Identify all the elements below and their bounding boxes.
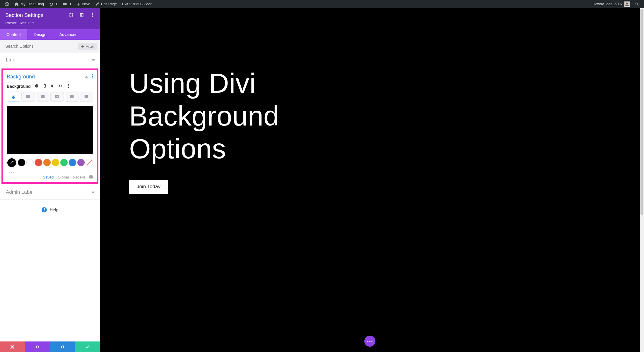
chevron-down-icon	[91, 58, 95, 62]
svg-point-7	[68, 85, 69, 86]
bg-type-gradient[interactable]	[21, 92, 35, 102]
wp-admin-bar: My Great Blog 1 0 New Edit Page Exit Vis…	[0, 0, 644, 8]
avatar	[624, 1, 630, 7]
svg-point-3	[92, 74, 93, 75]
group-admin-label[interactable]: Admin Label	[0, 185, 100, 199]
bg-type-image[interactable]	[36, 92, 49, 102]
search-row: Filter	[0, 40, 100, 53]
canvas-scrollbar[interactable]	[640, 8, 644, 352]
swatch-black[interactable]	[18, 159, 25, 166]
chevron-down-icon	[91, 190, 95, 194]
background-field-label: Background	[7, 84, 31, 89]
page-canvas[interactable]: Using Divi Background Options Join Today	[100, 8, 640, 352]
builder-fab[interactable]	[364, 336, 375, 347]
wireframe-icon[interactable]	[79, 13, 84, 18]
bg-type-video[interactable]	[50, 92, 64, 102]
site-name-text: My Great Blog	[21, 2, 44, 6]
swatch-more-icon[interactable]	[7, 170, 93, 173]
hover-icon[interactable]	[51, 84, 54, 89]
edit-page-link[interactable]: Edit Page	[93, 0, 119, 8]
edit-page-label: Edit Page	[101, 2, 117, 6]
settings-tabs: Content Design Advanced	[0, 29, 100, 40]
chevron-down-icon	[32, 22, 35, 25]
swatch-orange[interactable]	[43, 159, 51, 166]
tab-content[interactable]: Content	[0, 29, 27, 40]
help-icon: ?	[42, 207, 47, 212]
preset-dropdown[interactable]: Preset: Default	[5, 21, 95, 25]
help-icon[interactable]	[35, 84, 39, 89]
save-button[interactable]	[75, 341, 100, 352]
plus-icon	[81, 45, 84, 48]
tab-design[interactable]: Design	[27, 29, 53, 40]
palette-settings-icon[interactable]	[89, 175, 93, 180]
responsive-icon[interactable]	[43, 84, 47, 89]
group-link[interactable]: Link	[0, 53, 100, 67]
tab-advanced[interactable]: Advanced	[53, 29, 84, 40]
swatch-blue[interactable]	[69, 159, 76, 166]
search-input[interactable]	[3, 42, 78, 50]
palette-tab-recent[interactable]: Recent	[73, 175, 85, 179]
sidebar-footer	[0, 341, 100, 352]
eyedropper-button[interactable]	[7, 158, 17, 168]
close-button[interactable]	[0, 341, 25, 352]
svg-point-2	[92, 16, 93, 17]
expand-icon[interactable]	[69, 13, 74, 18]
background-type-tabs	[7, 92, 93, 102]
wp-search-icon[interactable]	[633, 0, 642, 8]
comments-count: 0	[69, 2, 71, 6]
palette-tab-saved[interactable]: Saved	[43, 175, 54, 179]
svg-point-5	[92, 77, 93, 78]
svg-point-0	[92, 13, 93, 14]
bg-type-pattern[interactable]	[65, 92, 78, 102]
new-label: New	[82, 2, 90, 6]
exit-visual-builder[interactable]: Exit Visual Builder	[120, 0, 154, 8]
svg-point-1	[92, 14, 93, 16]
swatch-none[interactable]	[86, 159, 93, 166]
group-more-icon[interactable]	[92, 74, 93, 80]
filter-button[interactable]: Filter	[78, 43, 97, 50]
svg-point-8	[68, 87, 69, 88]
background-color-preview[interactable]	[7, 106, 93, 154]
undo-button[interactable]	[25, 341, 50, 352]
refresh-count: 1	[55, 2, 57, 6]
help-link[interactable]: ? Help	[0, 199, 100, 220]
settings-sidebar: Section Settings Preset: Default	[0, 8, 100, 352]
swatch-white[interactable]	[26, 159, 34, 166]
bg-type-color[interactable]	[7, 92, 20, 102]
hero-section: Using Divi Background Options Join Today	[129, 67, 611, 194]
bg-type-mask[interactable]	[80, 92, 93, 102]
cta-button[interactable]: Join Today	[129, 180, 168, 194]
svg-point-4	[92, 76, 93, 77]
more-icon[interactable]	[90, 13, 95, 18]
sidebar-title: Section Settings	[5, 12, 43, 18]
swatch-green[interactable]	[60, 159, 68, 166]
wp-logo[interactable]	[2, 0, 11, 8]
howdy-prefix: Howdy,	[593, 2, 605, 6]
howdy-user[interactable]: Howdy, dee35007	[590, 0, 632, 8]
swatch-purple[interactable]	[77, 159, 85, 166]
new-link[interactable]: New	[74, 0, 92, 8]
field-more-icon[interactable]	[66, 84, 70, 89]
site-name-link[interactable]: My Great Blog	[12, 0, 46, 8]
user-name: dee35007	[606, 2, 623, 6]
color-swatches	[7, 158, 93, 168]
swatch-yellow[interactable]	[52, 159, 59, 166]
group-background: Background Background	[2, 69, 98, 183]
sidebar-header: Section Settings Preset: Default	[0, 8, 100, 29]
swatch-red[interactable]	[35, 159, 42, 166]
reset-icon[interactable]	[59, 84, 62, 89]
redo-button[interactable]	[50, 341, 75, 352]
comments-link[interactable]: 0	[60, 0, 73, 8]
hero-title[interactable]: Using Divi Background Options	[129, 67, 611, 165]
svg-point-6	[68, 84, 69, 85]
palette-tab-global[interactable]: Global	[58, 175, 69, 179]
chevron-up-icon[interactable]	[84, 75, 88, 79]
refresh-link[interactable]: 1	[47, 0, 60, 8]
